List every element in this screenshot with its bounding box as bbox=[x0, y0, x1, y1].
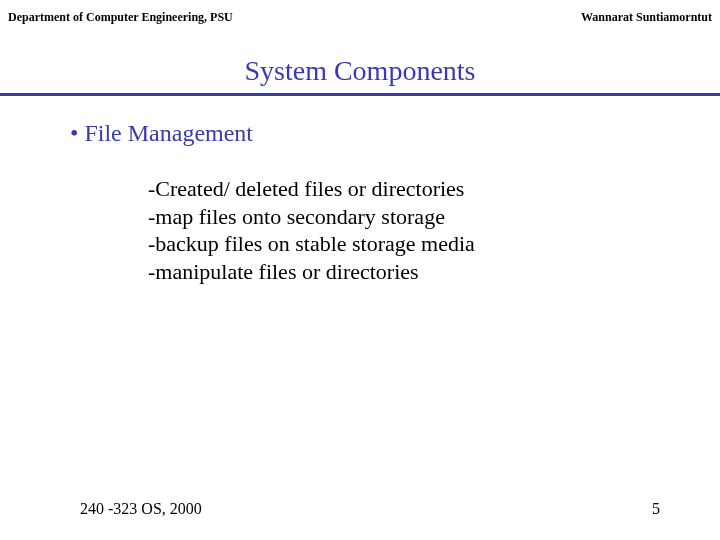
bullet-heading: • File Management bbox=[70, 120, 670, 147]
footer-left: 240 -323 OS, 2000 bbox=[80, 500, 202, 518]
list-item: -manipulate files or directories bbox=[148, 258, 670, 286]
footer-right: 5 bbox=[652, 500, 660, 518]
content-area: • File Management -Created/ deleted file… bbox=[0, 96, 720, 285]
list-item: -map files onto secondary storage bbox=[148, 203, 670, 231]
list-item: -Created/ deleted files or directories bbox=[148, 175, 670, 203]
header-left: Department of Computer Engineering, PSU bbox=[8, 10, 233, 25]
sub-list: -Created/ deleted files or directories -… bbox=[148, 175, 670, 285]
header-row: Department of Computer Engineering, PSU … bbox=[0, 0, 720, 25]
footer: 240 -323 OS, 2000 5 bbox=[0, 500, 720, 518]
list-item: -backup files on stable storage media bbox=[148, 230, 670, 258]
header-right: Wannarat Suntiamorntut bbox=[581, 10, 712, 25]
slide-title: System Components bbox=[0, 55, 720, 87]
